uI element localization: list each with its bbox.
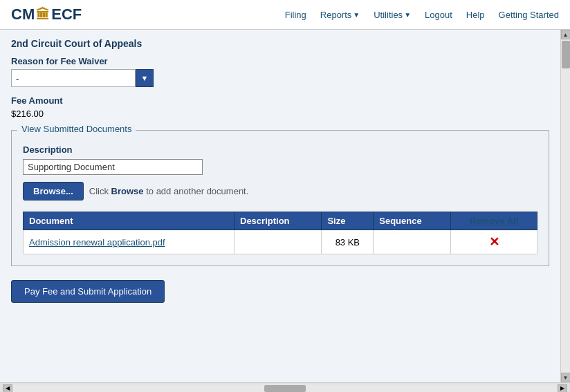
scroll-thumb[interactable] — [562, 41, 570, 68]
col-description: Description — [235, 212, 322, 230]
main-nav: Filing Reports ▼ Utilities ▼ Logout Help… — [285, 10, 559, 20]
browse-hint: Click Browse to add another document. — [89, 186, 249, 196]
nav-logout[interactable]: Logout — [425, 10, 452, 20]
nav-getting-started[interactable]: Getting Started — [499, 10, 559, 20]
fee-amount-label: Fee Amount — [11, 95, 549, 106]
table-row: Admission renewal application.pdf 83 KB … — [24, 230, 537, 254]
description-input[interactable] — [23, 159, 203, 175]
nav-reports[interactable]: Reports ▼ — [320, 10, 360, 20]
nav-filing[interactable]: Filing — [285, 10, 306, 20]
court-name: 2nd Circuit Court of Appeals — [11, 38, 549, 49]
reports-dropdown-arrow: ▼ — [353, 11, 360, 19]
doc-description-cell — [235, 230, 322, 254]
browse-row: Browse... Click Browse to add another do… — [23, 182, 537, 200]
fee-waiver-label: Reason for Fee Waiver — [11, 56, 549, 66]
documents-table: Document Description Size Sequence Remov — [23, 212, 537, 254]
doc-name-cell: Admission renewal application.pdf — [24, 230, 235, 254]
doc-sequence-cell — [374, 230, 451, 254]
hscroll-left-btn[interactable]: ◀ — [3, 384, 12, 393]
doc-size-cell: 83 KB — [322, 230, 374, 254]
doc-remove-cell: ✕ — [451, 230, 537, 254]
remove-row-button[interactable]: ✕ — [489, 235, 499, 249]
col-sequence: Sequence — [374, 212, 451, 230]
nav-utilities[interactable]: Utilities ▼ — [374, 10, 411, 20]
fee-amount-value: $216.00 — [11, 109, 549, 119]
scroll-track — [561, 39, 570, 373]
hscroll-track — [12, 384, 558, 393]
description-label: Description — [23, 144, 537, 155]
table-header-row: Document Description Size Sequence Remov — [24, 212, 537, 230]
submitted-docs-section: View Submitted Documents Description Bro… — [11, 130, 549, 266]
col-document: Document — [24, 212, 235, 230]
scroll-up-btn[interactable]: ▲ — [561, 30, 571, 39]
col-remove-all: Remove All — [451, 212, 537, 230]
scroll-down-btn[interactable]: ▼ — [561, 373, 571, 382]
browse-button[interactable]: Browse... — [23, 182, 84, 200]
browse-hint-strong: Browse — [111, 186, 144, 196]
logo-ecf: ECF — [51, 6, 82, 24]
nav-help[interactable]: Help — [466, 10, 485, 20]
content-area: 2nd Circuit Court of Appeals Reason for … — [0, 30, 560, 382]
col-size: Size — [322, 212, 374, 230]
view-submitted-docs-legend[interactable]: View Submitted Documents — [17, 124, 136, 134]
submit-button[interactable]: Pay Fee and Submit Application — [11, 280, 165, 303]
doc-link[interactable]: Admission renewal application.pdf — [29, 237, 165, 248]
fee-waiver-select[interactable]: - — [11, 69, 136, 87]
horizontal-scrollbar: ◀ ▶ — [0, 382, 570, 392]
fee-waiver-dropdown-btn[interactable]: ▼ — [136, 69, 154, 87]
main-area: 2nd Circuit Court of Appeals Reason for … — [0, 30, 570, 382]
logo: CM 🏛 ECF — [11, 6, 82, 24]
logo-icon: 🏛 — [36, 7, 50, 23]
logo-cm: CM — [11, 6, 35, 24]
vertical-scrollbar: ▲ ▼ — [560, 30, 570, 382]
hscroll-right-btn[interactable]: ▶ — [558, 384, 567, 393]
header: CM 🏛 ECF Filing Reports ▼ Utilities ▼ Lo… — [0, 0, 570, 30]
remove-all-link[interactable]: Remove All — [470, 216, 518, 226]
fee-waiver-field: - ▼ — [11, 69, 549, 87]
utilities-dropdown-arrow: ▼ — [404, 11, 411, 19]
hscroll-thumb[interactable] — [264, 385, 306, 392]
